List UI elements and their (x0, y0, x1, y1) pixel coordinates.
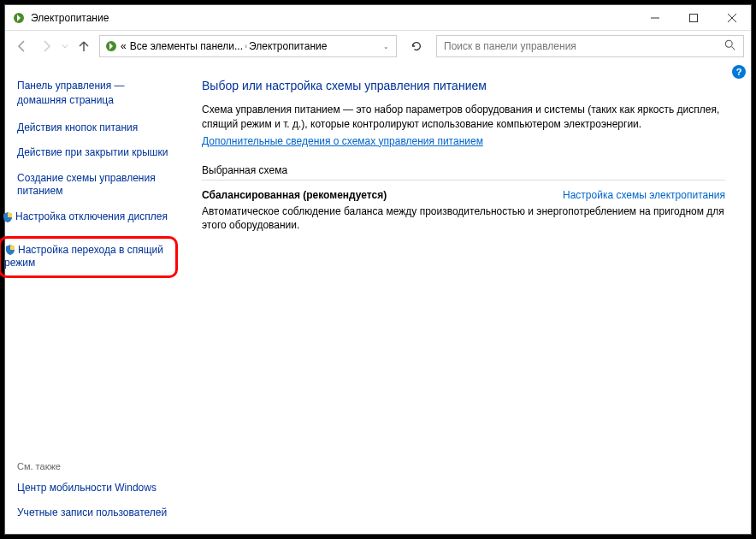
search-input[interactable]: Поиск в панели управления (436, 35, 744, 57)
up-button[interactable] (74, 36, 94, 56)
sidebar-user-accounts[interactable]: Учетные записи пользователей (17, 506, 174, 520)
forward-button[interactable] (36, 36, 56, 56)
plan-description: Автоматическое соблюдение баланса между … (202, 204, 725, 234)
sidebar-link-sleep[interactable]: Настройка перехода в спящий режим (0, 236, 178, 278)
maximize-button[interactable] (674, 5, 712, 31)
page-description: Схема управления питанием — это набор па… (202, 103, 725, 132)
main-content: Выбор или настройка схемы управления пит… (185, 62, 751, 534)
breadcrumb-2[interactable]: Электропитание (249, 40, 327, 52)
navbar: « Все элементы панели... › Электропитани… (5, 31, 751, 62)
breadcrumb-icon (103, 38, 119, 54)
window-title: Электропитание (31, 12, 109, 24)
sidebar-mobility-center[interactable]: Центр мобильности Windows (17, 482, 174, 495)
close-button[interactable] (712, 5, 751, 31)
more-info-link[interactable]: Дополнительные сведения о схемах управле… (202, 135, 483, 147)
sidebar-home-link[interactable]: Панель управления — домашняя страница (17, 79, 174, 108)
app-icon (12, 11, 26, 25)
page-heading: Выбор или настройка схемы управления пит… (202, 79, 725, 92)
svg-point-6 (725, 40, 732, 47)
svg-line-7 (732, 46, 735, 50)
breadcrumb-prefix: « (121, 40, 127, 52)
plan-name: Сбалансированная (рекомендуется) (202, 189, 387, 201)
search-placeholder: Поиск в панели управления (444, 40, 724, 52)
sidebar-link-create-plan[interactable]: Создание схемы управления питанием (17, 172, 174, 198)
sidebar-link-lid[interactable]: Действие при закрытии крышки (17, 146, 174, 160)
sidebar-link-display-off[interactable]: Настройка отключения дисплея (2, 210, 174, 224)
search-icon[interactable] (724, 39, 736, 54)
titlebar: Электропитание (5, 5, 751, 31)
recent-menu[interactable] (60, 36, 70, 56)
shield-icon (2, 211, 14, 223)
svg-rect-2 (689, 14, 697, 21)
sidebar-link-power-buttons[interactable]: Действия кнопок питания (17, 121, 174, 135)
plan-settings-link[interactable]: Настройка схемы электропитания (563, 189, 725, 201)
minimize-button[interactable] (635, 5, 674, 31)
help-icon[interactable]: ? (732, 65, 746, 79)
shield-icon (4, 244, 16, 256)
breadcrumb-1[interactable]: Все элементы панели... (130, 40, 243, 52)
address-dropdown[interactable]: ⌄ (378, 43, 394, 50)
back-button[interactable] (12, 36, 32, 56)
sidebar-see-also: См. также (17, 461, 174, 471)
section-header: Выбранная схема (202, 164, 725, 181)
refresh-button[interactable] (405, 35, 428, 57)
sidebar: Панель управления — домашняя страница Де… (5, 62, 185, 534)
chevron-right-icon[interactable]: › (245, 42, 247, 50)
address-bar[interactable]: « Все элементы панели... › Электропитани… (99, 35, 397, 57)
